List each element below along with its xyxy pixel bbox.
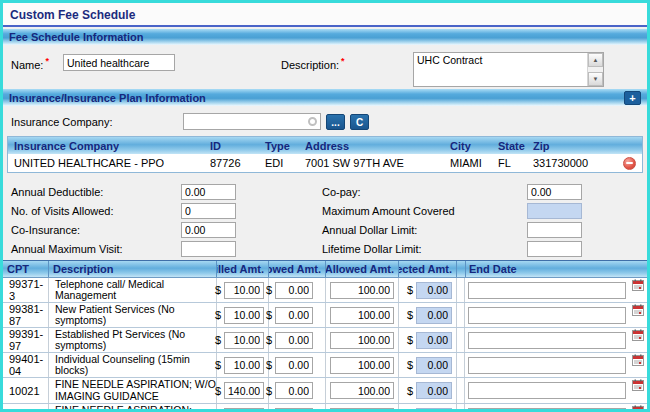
clear-insurance-button[interactable]: C [350, 114, 369, 130]
insurance-row: UNITED HEALTHCARE - PPO 87726 EDI 7001 S… [8, 154, 642, 172]
cpt-description-cell: FINE NEEDLE ASPIRATION; W/O IMAGING GUID… [49, 378, 217, 403]
annual-deductible-input[interactable] [181, 184, 236, 200]
cpt-row: 99391-97 Established Pt Services (No sym… [3, 328, 647, 353]
expected-amount-input[interactable] [416, 332, 452, 349]
billed-amount-input[interactable] [224, 408, 264, 412]
cpt-description-cell: Telephone call/ Medical Management [49, 278, 217, 302]
currency-symbol: $ [266, 284, 272, 296]
max-amount-covered-input[interactable] [527, 203, 582, 219]
col-insurance-company: Insurance Company [8, 140, 204, 152]
calendar-icon[interactable] [632, 354, 644, 366]
description-textarea[interactable]: UHC Contract [413, 52, 604, 87]
cpt-code-cell: 99381-87 [3, 303, 49, 327]
insurance-id-cell: 87726 [204, 157, 259, 169]
description-label: Description:* [281, 52, 349, 71]
remove-insurance-icon[interactable] [623, 157, 636, 170]
annual-dollar-limit-input[interactable] [527, 222, 582, 238]
end-date-input[interactable] [468, 357, 626, 374]
billed-amount-input[interactable] [224, 282, 264, 299]
cpt-code-cell: 99401-04 [3, 353, 49, 377]
insurance-search-field-wrap [183, 113, 321, 130]
insurance-city-cell: MIAMI [444, 157, 492, 169]
currency-symbol: $ [215, 385, 221, 397]
currency-symbol: $ [215, 334, 221, 346]
cpt-code-cell: 99371-3 [3, 278, 49, 302]
calendar-icon[interactable] [632, 304, 644, 316]
insurance-search-row: Insurance Company: ... C [3, 106, 647, 136]
coinsurance-input[interactable] [181, 222, 236, 238]
currency-symbol: $ [215, 309, 221, 321]
description-field-wrap: UHC Contract ▲ ▼ [413, 52, 604, 87]
copay-input[interactable] [527, 184, 582, 200]
scroll-up-icon[interactable]: ▲ [588, 53, 603, 67]
end-date-input[interactable] [468, 332, 626, 349]
currency-symbol: $ [407, 359, 413, 371]
insurance-section-title: Insurance/Insurance Plan Information [9, 92, 206, 104]
textarea-scrollbar[interactable]: ▲ ▼ [587, 53, 603, 86]
spacer-cell [457, 303, 465, 327]
end-date-input[interactable] [468, 382, 626, 399]
pct-of-allowed-input[interactable] [330, 282, 394, 299]
col-allowed-amt: Allowed Amt. [269, 261, 326, 277]
insurance-search-input[interactable] [183, 113, 321, 130]
pct-of-allowed-input[interactable] [330, 408, 394, 412]
col-pct-of-allowed-amt: % of Allowed Amt. [326, 261, 399, 277]
currency-symbol: $ [266, 309, 272, 321]
annual-maximum-visit-input[interactable] [181, 241, 236, 257]
allowed-amount-input[interactable] [275, 382, 313, 399]
allowed-amount-input[interactable] [275, 332, 313, 349]
spacer-cell [457, 378, 465, 403]
allowed-amount-input[interactable] [275, 357, 313, 374]
pct-of-allowed-input[interactable] [330, 357, 394, 374]
expected-amount-input[interactable] [416, 408, 452, 412]
lifetime-dollar-limit-input[interactable] [527, 241, 582, 257]
billed-amount-input[interactable] [224, 382, 264, 399]
billed-amount-input[interactable] [224, 332, 264, 349]
cpt-code-cell: 10021 [3, 378, 49, 403]
lifetime-dollar-limit-label: Lifetime Dollar Limit: [322, 243, 527, 255]
expected-amount-input[interactable] [416, 307, 452, 324]
col-type: Type [259, 140, 299, 152]
calendar-icon[interactable] [632, 329, 644, 341]
col-description: Description [49, 261, 217, 277]
visits-allowed-input[interactable] [181, 203, 236, 219]
insurance-grid: Insurance Company ID Type Address City S… [7, 136, 643, 173]
cpt-description-cell: New Patient Services (No symptoms) [49, 303, 217, 327]
end-date-input[interactable] [468, 307, 626, 324]
calendar-icon[interactable] [632, 379, 644, 391]
allowed-amount-input[interactable] [275, 408, 313, 412]
custom-fee-schedule-window: Custom Fee Schedule Fee Schedule Informa… [0, 0, 650, 412]
allowed-amount-input[interactable] [275, 282, 313, 299]
end-date-input[interactable] [468, 408, 626, 412]
pct-of-allowed-input[interactable] [330, 307, 394, 324]
name-input[interactable] [63, 54, 175, 71]
end-date-input[interactable] [468, 282, 626, 299]
fee-schedule-section-title: Fee Schedule Information [9, 31, 143, 43]
currency-symbol: $ [215, 359, 221, 371]
plan-fields: Annual Deductible: Co-pay: No. of Visits… [3, 180, 647, 258]
col-end-date: End Date [465, 261, 647, 277]
cpt-grid-header: CPT Description Billed Amt. Allowed Amt.… [3, 261, 647, 278]
currency-symbol: $ [407, 385, 413, 397]
col-state: State [492, 140, 527, 152]
scroll-down-icon[interactable]: ▼ [588, 72, 603, 86]
pct-of-allowed-input[interactable] [330, 332, 394, 349]
expected-amount-input[interactable] [416, 357, 452, 374]
coinsurance-label: Co-Insurance: [11, 224, 181, 236]
browse-insurance-button[interactable]: ... [326, 114, 345, 130]
spacer-cell [457, 353, 465, 377]
allowed-amount-input[interactable] [275, 307, 313, 324]
spacer-cell [457, 404, 465, 412]
expected-amount-input[interactable] [416, 282, 452, 299]
title-bar: Custom Fee Schedule [3, 3, 647, 25]
calendar-icon[interactable] [632, 405, 644, 412]
pct-of-allowed-input[interactable] [330, 382, 394, 399]
visits-allowed-label: No. of Visits Allowed: [11, 205, 181, 217]
max-amount-covered-label: Maximum Amount Covered [322, 205, 527, 217]
calendar-icon[interactable] [632, 279, 644, 291]
billed-amount-input[interactable] [224, 357, 264, 374]
add-insurance-button[interactable]: + [624, 91, 641, 105]
billed-amount-input[interactable] [224, 307, 264, 324]
fee-schedule-section-header: Fee Schedule Information [3, 29, 647, 45]
expected-amount-input[interactable] [416, 382, 452, 399]
